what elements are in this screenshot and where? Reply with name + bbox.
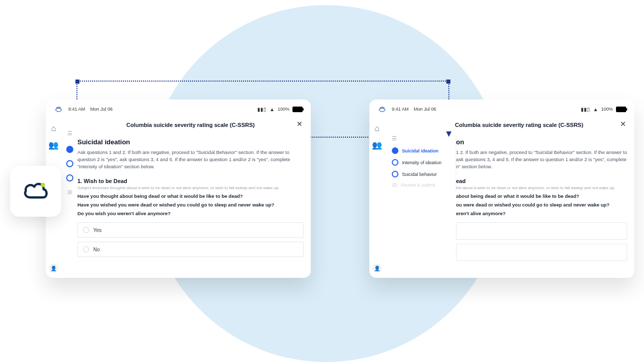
stepper-collapse-icon[interactable]: ☰ <box>392 135 452 142</box>
radio-icon <box>83 227 89 233</box>
option-label: Yes <box>93 227 101 233</box>
status-date: Mon Jul 06 <box>90 107 113 112</box>
battery-icon <box>292 107 303 112</box>
question-line-2-clipped: ou were dead or wished you could go to s… <box>456 202 627 208</box>
home-icon[interactable]: ⌂ <box>50 125 57 132</box>
account-avatar[interactable]: 👤 <box>49 264 58 273</box>
status-time: 9:41 AM <box>392 107 409 112</box>
section-instructions: Ask questions 1 and 2. If both are negat… <box>77 149 304 170</box>
section-heading-clipped: on <box>456 138 627 146</box>
form-title: Columbia suicide severity rating scale (… <box>455 122 583 128</box>
account-avatar[interactable]: 👤 <box>372 264 382 273</box>
cloud-icon <box>21 177 50 205</box>
option-row[interactable] <box>456 222 627 240</box>
option-label: No <box>93 247 100 252</box>
tablet-left: 9:41 AM Mon Jul 06 ▮▮▯ ▲ 100% ⌂ 👥 👤 ☰ ▦ … <box>46 99 311 278</box>
status-bar: 9:41 AM Mon Jul 06 ▮▮▯ ▲ 100% <box>369 99 634 115</box>
brand-logo-icon <box>54 105 63 114</box>
tablet-right: 9:41 AM Mon Jul 06 ▮▮▯ ▲ 100% ⌂ 👥 👤 Colu… <box>369 99 634 278</box>
wifi-icon: ▲ <box>270 107 275 112</box>
app-sidebar: ⌂ 👥 👤 <box>369 118 385 278</box>
step-3-dot[interactable] <box>66 174 73 182</box>
nav-label: Suicidal behavior <box>402 172 437 177</box>
battery-percent: 100% <box>601 107 613 112</box>
signal-icon: ▮▮▯ <box>581 107 590 112</box>
brand-logo-icon <box>378 105 387 114</box>
form-stepper: ☰ ▦ <box>64 130 75 195</box>
section-instructions-clipped: 1 2. If both are negative, proceed to "S… <box>456 149 627 170</box>
home-icon[interactable]: ⌂ <box>373 125 381 132</box>
cursor-arrow-icon: ▼ <box>444 128 453 139</box>
step-1-dot[interactable] <box>66 146 73 153</box>
radio-icon <box>83 246 89 252</box>
status-time: 9:41 AM <box>68 107 85 112</box>
people-icon[interactable]: 👥 <box>50 141 57 148</box>
step-review-icon[interactable]: ▦ <box>67 189 72 195</box>
question-line-1: Have you thought about being dead or wha… <box>77 193 304 199</box>
status-date: Mon Jul 06 <box>414 107 436 112</box>
battery-percent: 100% <box>278 107 289 112</box>
battery-icon <box>616 107 626 112</box>
close-icon[interactable]: ✕ <box>620 120 626 128</box>
option-yes[interactable]: Yes <box>77 222 304 238</box>
cloud-logo-chip <box>10 166 61 217</box>
nav-label: Review & submit <box>401 183 435 188</box>
question-line-3-clipped: eren't alive anymore? <box>456 211 627 216</box>
question-line-1-clipped: about being dead or what it would be lik… <box>456 193 627 199</box>
question-subtext-clipped: hts about a wish to be dead or not alive… <box>456 186 627 190</box>
form-main: Columbia suicide severity rating scale (… <box>77 119 304 273</box>
form-title: Columbia suicide severity rating scale (… <box>126 122 255 128</box>
svg-point-0 <box>41 183 45 187</box>
step-2-dot[interactable] <box>66 160 73 167</box>
stepper-collapse-icon[interactable]: ☰ <box>67 130 72 137</box>
option-no[interactable]: No <box>77 242 304 257</box>
option-row[interactable] <box>456 244 627 261</box>
close-icon[interactable]: ✕ <box>297 120 303 128</box>
question-heading-clipped: ead <box>456 178 627 184</box>
nav-label: Suicidal ideation <box>402 148 439 153</box>
question-line-3: Do you wish you weren't alive anymore? <box>77 211 304 216</box>
wifi-icon: ▲ <box>593 107 598 112</box>
nav-review-submit: Review & submit <box>391 180 452 190</box>
nav-suicidal-behavior[interactable]: Suicidal behavior <box>391 168 452 180</box>
section-heading: Suicidal ideation <box>77 138 304 146</box>
nav-suicidal-ideation[interactable]: Suicidal ideation <box>391 145 452 157</box>
question-subtext: Subject endorses thoughts about a wish t… <box>77 186 304 190</box>
nav-intensity-of-ideation[interactable]: Intensity of ideation <box>391 157 452 168</box>
nav-label: Intensity of ideation <box>402 160 442 165</box>
question-line-2: Have you wished you were dead or wished … <box>77 202 304 208</box>
signal-icon: ▮▮▯ <box>257 107 266 112</box>
stepper-panel: ☰ Suicidal ideation Intensity of ideatio… <box>388 131 455 194</box>
people-icon[interactable]: 👥 <box>373 141 381 148</box>
status-bar: 9:41 AM Mon Jul 06 ▮▮▯ ▲ 100% <box>46 99 311 115</box>
question-heading: 1. Wish to be Dead <box>77 178 304 184</box>
